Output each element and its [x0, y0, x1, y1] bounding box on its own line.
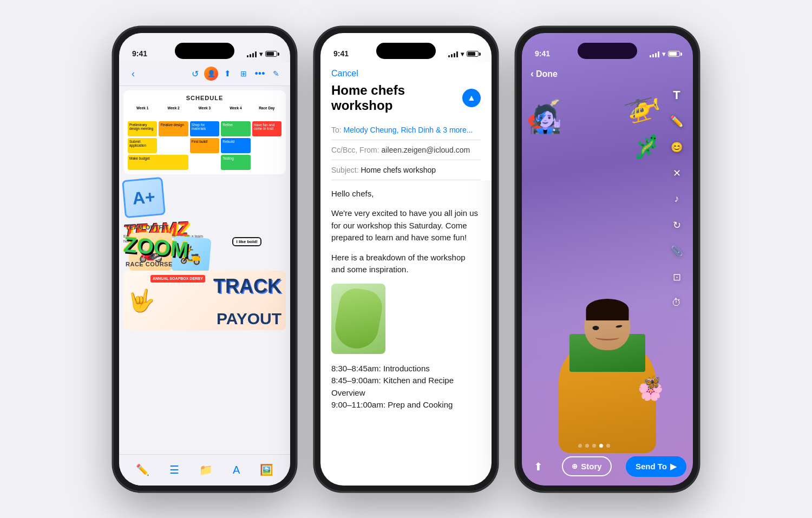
- signal-icon-1: [247, 51, 257, 57]
- send-to-label: Send To: [636, 462, 667, 471]
- cancel-button[interactable]: Cancel: [331, 69, 481, 78]
- race-section: RACE COURSE 🤟 ANNUAL SOAPBOX DERBY TRACK…: [123, 259, 286, 330]
- back-icon[interactable]: ‹: [126, 66, 141, 81]
- subject-label: Subject:: [331, 166, 359, 174]
- dot-2: [585, 444, 589, 448]
- dot-1: [578, 444, 582, 448]
- history-icon[interactable]: ↺: [187, 66, 202, 81]
- track-text: TRACK: [213, 275, 281, 298]
- status-icons-3: ▾: [650, 50, 680, 58]
- phone3-screen: 9:41 ▾ ‹ Done: [522, 33, 693, 486]
- greeting: Hello chefs,: [331, 188, 481, 200]
- story-plus-icon: ⊕: [572, 462, 578, 470]
- cell-1-4: Refine: [221, 121, 250, 136]
- rotate-tool-button[interactable]: ↻: [667, 216, 686, 234]
- dynamic-island-2: [376, 43, 436, 59]
- close-tool-button[interactable]: ✕: [667, 164, 686, 182]
- to-label: To:: [331, 126, 342, 134]
- schedule-list: 8:30–8:45am: Introductions 8:45–9:00am: …: [331, 363, 481, 411]
- text-tool-button[interactable]: T: [667, 86, 686, 104]
- food-image: [331, 284, 385, 354]
- cell-2-1: Submit application: [128, 138, 157, 153]
- done-button[interactable]: ‹ Done: [531, 68, 558, 80]
- derby-badge: ANNUAL SOAPBOX DERBY: [150, 275, 205, 283]
- phone2-screen: 9:41 ▾ Cancel Home chefs workshop: [320, 33, 492, 486]
- to-value: Melody Cheung, Rich Dinh & 3 more...: [344, 126, 473, 134]
- cell-3-4: [252, 155, 281, 170]
- guitarist-figure: 🧑‍🎤: [528, 103, 562, 135]
- from-value: aileen.zeigen@icloud.com: [382, 146, 470, 154]
- signal-icon-2: [448, 51, 458, 57]
- share-icon[interactable]: ⬆: [220, 66, 235, 81]
- story-bottom-bar: ⬆ ⊕ Story Send To ▶: [522, 448, 693, 486]
- phone1-screen: 9:41 ▾ ‹ ↺ 👤: [119, 33, 290, 486]
- story-share-button[interactable]: ⬆: [528, 457, 548, 476]
- avatar-icon[interactable]: 👤: [204, 66, 219, 81]
- schedule-title: SCHEDULE: [128, 95, 281, 101]
- battery-icon-2: [467, 51, 479, 57]
- more-icon[interactable]: •••: [252, 66, 267, 81]
- head: [585, 301, 631, 350]
- story-story-button[interactable]: ⊕ Story: [562, 456, 611, 476]
- wifi-icon-3: ▾: [662, 50, 665, 58]
- cell-1-1: Preliminary design meeting: [128, 121, 157, 136]
- dot-4-active: [599, 444, 603, 448]
- outfit-title: TEAM OUTFIT: [126, 224, 210, 231]
- send-button[interactable]: ▲: [462, 89, 481, 107]
- phone-2: 9:41 ▾ Cancel Home chefs workshop: [314, 27, 498, 492]
- status-time-3: 9:41: [535, 49, 550, 58]
- battery-icon-3: [668, 51, 680, 57]
- music-tool-button[interactable]: ♪: [667, 190, 686, 208]
- status-icons-2: ▾: [448, 50, 479, 58]
- wifi-icon-2: ▾: [461, 50, 464, 58]
- pencil-icon[interactable]: ✏️: [136, 463, 149, 476]
- mail-subject-title: Home chefs workshop: [331, 83, 462, 114]
- text-format-icon[interactable]: A: [233, 464, 240, 476]
- foam-finger-sticker: 🤟: [128, 287, 155, 313]
- crop-tool-button[interactable]: ⊡: [667, 268, 686, 286]
- hair: [586, 299, 629, 320]
- mail-body[interactable]: Hello chefs, We're very excited to have …: [320, 179, 492, 486]
- schedule-line-3: 9:00–11:00am: Prep and Cooking: [331, 399, 481, 411]
- week4-header: Week 4: [221, 104, 250, 120]
- race-image: 🤟 ANNUAL SOAPBOX DERBY TRACK PAYOUT: [123, 271, 286, 330]
- payout-text: PAYOUT: [217, 310, 281, 328]
- dynamic-island-3: [578, 43, 637, 59]
- story-label: Story: [581, 462, 601, 471]
- cell-1-3: Shop for materials: [190, 121, 219, 136]
- photo-icon[interactable]: 🖼️: [260, 463, 273, 476]
- dynamic-island-1: [175, 43, 234, 59]
- cell-2-3: First build!: [190, 138, 219, 153]
- status-icons-1: ▾: [247, 50, 277, 58]
- compose-icon[interactable]: ✎: [269, 66, 284, 81]
- notes-toolbar: ‹ ↺ 👤 ⬆ ⊞ ••• ✎: [119, 62, 290, 86]
- cell-3-2: [190, 155, 219, 170]
- schedule-grid: Week 1 Week 2 Week 3 Week 4 Race Day Pre…: [128, 104, 281, 170]
- to-field[interactable]: To: Melody Cheung, Rich Dinh & 3 more...: [331, 120, 481, 140]
- subject-row: Home chefs workshop ▲: [331, 83, 481, 114]
- week3-header: Week 3: [190, 104, 219, 120]
- list-icon[interactable]: ☰: [169, 463, 179, 476]
- cell-3-3: Testing: [221, 155, 250, 170]
- subject-field[interactable]: Subject: Home chefs workshop: [331, 160, 481, 180]
- folder-icon[interactable]: 📁: [199, 463, 213, 476]
- cc-field[interactable]: Cc/Bcc, From: aileen.zeigen@icloud.com: [331, 140, 481, 160]
- mail-header: Cancel Home chefs workshop ▲ To: Melody …: [320, 62, 492, 181]
- notes-bottom-bar: ✏️ ☰ 📁 A 🖼️: [119, 454, 290, 486]
- cc-label: Cc/Bcc, From:: [331, 146, 379, 154]
- phone-3: 9:41 ▾ ‹ Done: [515, 27, 699, 492]
- grid-icon[interactable]: ⊞: [236, 66, 251, 81]
- timer-tool-button[interactable]: ⏱: [667, 294, 686, 312]
- story-header: ‹ Done: [522, 62, 693, 86]
- battery-icon-1: [265, 51, 277, 57]
- person-container: [553, 291, 662, 453]
- attachment-tool-button[interactable]: 📎: [667, 242, 686, 260]
- sticker-tool-button[interactable]: 😊: [667, 138, 686, 156]
- signal-icon-3: [650, 51, 659, 57]
- send-arrow-icon: ▶: [670, 462, 677, 471]
- pencil-tool-button[interactable]: ✏️: [667, 112, 686, 130]
- week1-header: Week 1: [128, 104, 157, 120]
- food-image-inner: [332, 285, 385, 351]
- send-to-button[interactable]: Send To ▶: [626, 456, 686, 477]
- notes-content: SCHEDULE Week 1 Week 2 Week 3 Week 4 Rac…: [119, 86, 290, 453]
